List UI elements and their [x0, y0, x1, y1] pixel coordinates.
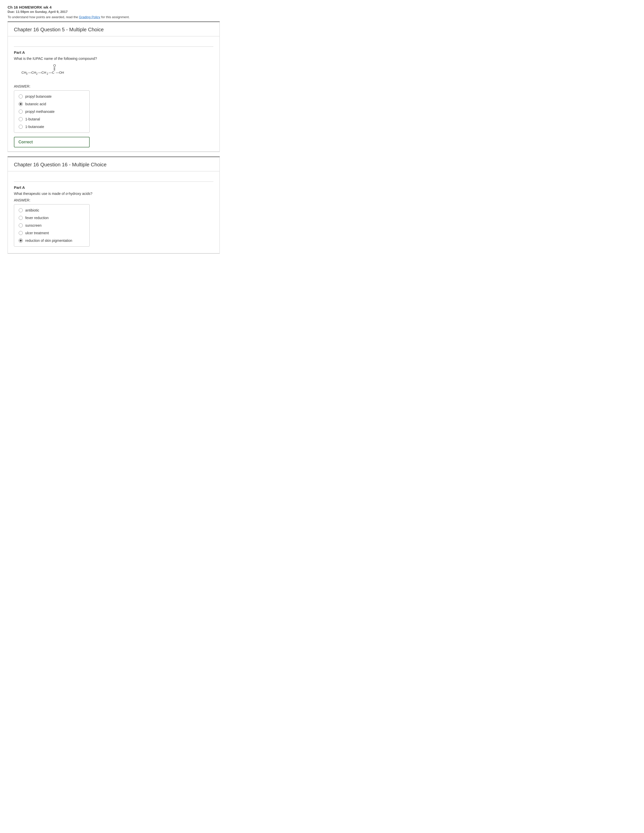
svg-text:CH: CH	[21, 71, 26, 74]
question1-option-4[interactable]: 1-butanal	[18, 115, 86, 123]
question2-option-2[interactable]: fever reduction	[18, 214, 86, 222]
question2-title: Chapter 16 Question 16 - Multiple Choice	[14, 162, 106, 167]
compound-diagram: CH 3 —CH 2 —CH 2 —C O —OH	[21, 63, 213, 81]
question2-radio-4[interactable]	[19, 231, 23, 235]
question1-radio-1[interactable]	[19, 95, 23, 98]
question1-option-4-text: 1-butanal	[25, 117, 40, 121]
question2-answer-box: antibiotic fever reduction sunscreen ulc…	[14, 204, 90, 247]
question1-radio-2[interactable]	[19, 102, 23, 106]
compound-svg: CH 3 —CH 2 —CH 2 —C O —OH	[21, 63, 77, 81]
svg-text:—C: —C	[49, 71, 54, 74]
question2-radio-2[interactable]	[19, 216, 23, 220]
question2-option-3-text: sunscreen	[25, 224, 42, 227]
question1-option-5[interactable]: 1-butanoate	[18, 123, 86, 130]
question1-part-label: Part A	[14, 50, 213, 55]
svg-text:—OH: —OH	[56, 71, 64, 74]
question2-part-label: Part A	[14, 185, 213, 190]
question1-section: Chapter 16 Question 5 - Multiple Choice …	[8, 22, 220, 152]
question2-answer-label: ANSWER:	[14, 198, 213, 202]
policy-suffix: for this assignment.	[100, 15, 130, 19]
question1-option-1[interactable]: propyl butanoate	[18, 93, 86, 100]
question2-part-a: Part A What therapeutic use is made of α…	[8, 182, 219, 253]
svg-text:2: 2	[47, 72, 48, 75]
question2-option-4[interactable]: ulcer treatment	[18, 229, 86, 237]
question2-radio-1[interactable]	[19, 208, 23, 212]
header-policy: To understand how points are awarded, re…	[8, 15, 220, 19]
question1-option-3[interactable]: propyl methanoate	[18, 108, 86, 115]
header-due: Due: 11:59pm on Sunday, April 9, 2017	[8, 10, 220, 14]
correct-badge: Correct	[14, 137, 90, 148]
question2-option-3[interactable]: sunscreen	[18, 222, 86, 229]
question1-option-5-text: 1-butanoate	[25, 125, 44, 129]
question2-option-1[interactable]: antibiotic	[18, 206, 86, 214]
question1-option-3-text: propyl methanoate	[25, 109, 55, 114]
question2-question-text: What therapeutic use is made of α-hydrox…	[14, 191, 213, 196]
svg-text:3: 3	[26, 72, 27, 75]
question1-radio-5[interactable]	[19, 125, 23, 129]
question1-radio-3[interactable]	[19, 109, 23, 114]
policy-prefix: To understand how points are awarded, re…	[8, 15, 79, 19]
question1-option-2[interactable]: butanoic acid	[18, 100, 86, 108]
question1-title: Chapter 16 Question 5 - Multiple Choice	[14, 27, 104, 32]
grading-policy-link[interactable]: Grading Policy	[79, 15, 100, 19]
question2-header: Chapter 16 Question 16 - Multiple Choice	[8, 157, 219, 171]
question1-blank-top	[8, 36, 219, 47]
question1-answer-box: propyl butanoate butanoic acid propyl me…	[14, 90, 90, 133]
question2-blank-top	[8, 171, 219, 182]
svg-text:—CH: —CH	[28, 71, 36, 74]
question2-radio-3[interactable]	[19, 224, 23, 227]
question1-radio-4[interactable]	[19, 117, 23, 121]
question1-part-a: Part A What is the IUPAC name of the fol…	[8, 47, 219, 152]
svg-text:2: 2	[36, 72, 38, 75]
question2-option-5-text: reduction of skin pigmentation	[25, 238, 72, 243]
question1-option-2-text: butanoic acid	[25, 102, 46, 106]
svg-text:O: O	[53, 64, 56, 68]
question2-option-4-text: ulcer treatment	[25, 231, 49, 235]
question1-question-text: What is the IUPAC name of the following …	[14, 56, 213, 61]
question2-option-1-text: antibiotic	[25, 208, 39, 212]
header-title: Ch 16 HOMEWORK wk 4	[8, 5, 220, 9]
svg-text:—CH: —CH	[38, 71, 46, 74]
question1-answer-label: ANSWER:	[14, 84, 213, 88]
question1-option-1-text: propyl butanoate	[25, 95, 52, 98]
question2-radio-5[interactable]	[19, 238, 23, 243]
question2-option-5[interactable]: reduction of skin pigmentation	[18, 237, 86, 244]
question1-header: Chapter 16 Question 5 - Multiple Choice	[8, 22, 219, 36]
question2-option-2-text: fever reduction	[25, 216, 49, 220]
question2-section: Chapter 16 Question 16 - Multiple Choice…	[8, 157, 220, 254]
